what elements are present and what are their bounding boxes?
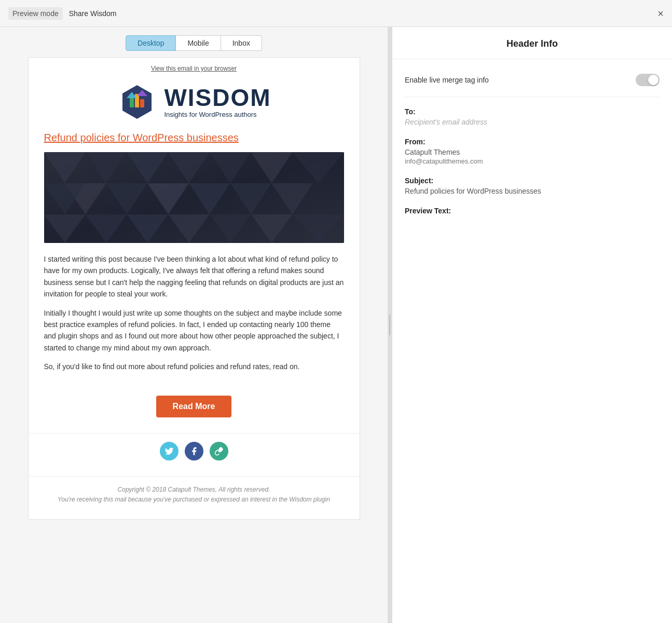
social-facebook-icon[interactable] [185, 442, 203, 461]
preview-mode-label: Preview mode [8, 7, 63, 20]
logo-tagline-text: Insights for WordPress authors [164, 111, 271, 118]
email-footer: Copyright © 2018 Catapult Themes, All ri… [29, 476, 360, 509]
to-value: Recipient's email address [405, 118, 660, 126]
logo-area: WISDOM Insights for WordPress authors [116, 83, 271, 121]
from-name: Catapult Themes [405, 148, 660, 156]
email-title: Refund policies for WordPress businesses [44, 132, 344, 144]
email-paragraph-3: So, if you'd like to find out more about… [44, 361, 344, 372]
main-layout: Desktop Mobile Inbox View this email in … [0, 27, 672, 623]
hero-image [44, 152, 344, 243]
view-in-browser: View this email in your browser [29, 58, 360, 77]
social-icons [29, 433, 360, 471]
preview-text-label: Preview Text: [405, 207, 660, 215]
live-merge-toggle[interactable] [636, 74, 660, 86]
right-panel: Header Info Enable live merge tag info T… [392, 27, 672, 623]
header-info-title: Header Info [506, 38, 558, 49]
close-button[interactable]: × [657, 8, 664, 19]
email-paragraph-1: I started writing this post because I've… [44, 253, 344, 300]
footer-copyright: Copyright © 2018 Catapult Themes, All ri… [39, 485, 349, 495]
logo-text-block: WISDOM Insights for WordPress authors [164, 86, 271, 118]
email-preview: View this email in your browser [28, 57, 360, 520]
read-more-section: Read More [29, 380, 360, 428]
tab-desktop[interactable]: Desktop [126, 35, 176, 51]
svg-rect-1 [130, 97, 134, 107]
share-wisdom-label: Share Wisdom [69, 9, 117, 18]
email-paragraph-2: Initially I thought I would just write u… [44, 307, 344, 354]
subject-row: Subject: Refund policies for WordPress b… [405, 177, 660, 195]
from-row: From: Catapult Themes info@catapulttheme… [405, 138, 660, 165]
right-panel-header: Header Info [392, 27, 672, 59]
tab-inbox[interactable]: Inbox [221, 35, 262, 51]
to-row: To: Recipient's email address [405, 107, 660, 126]
preview-area: Desktop Mobile Inbox View this email in … [0, 27, 388, 623]
logo-wisdom-text: WISDOM [164, 86, 271, 110]
right-panel-body: Enable live merge tag info To: Recipient… [392, 59, 672, 237]
link-svg [214, 446, 224, 456]
hero-svg [44, 152, 344, 243]
email-body: Refund policies for WordPress businesses [29, 132, 360, 373]
top-bar-left: Preview mode Share Wisdom [8, 7, 117, 20]
top-bar: Preview mode Share Wisdom × [0, 0, 672, 27]
email-header-logo: WISDOM Insights for WordPress authors [29, 77, 360, 132]
to-label: To: [405, 107, 660, 116]
footer-notice: You're receiving this mail because you'v… [39, 495, 349, 505]
from-email: info@catapultthemes.com [405, 157, 660, 165]
tab-mobile[interactable]: Mobile [176, 35, 221, 51]
tab-bar: Desktop Mobile Inbox [126, 27, 262, 57]
enable-live-merge-label: Enable live merge tag info [405, 76, 489, 84]
panel-divider [388, 27, 392, 623]
twitter-svg [164, 446, 174, 456]
social-link-icon[interactable] [210, 442, 228, 461]
subject-value: Refund policies for WordPress businesses [405, 187, 660, 195]
view-in-browser-link[interactable]: View this email in your browser [151, 65, 237, 72]
svg-rect-3 [140, 99, 144, 107]
from-label: From: [405, 138, 660, 146]
wisdom-logo-icon [116, 83, 158, 121]
subject-label: Subject: [405, 177, 660, 185]
read-more-button[interactable]: Read More [156, 396, 232, 417]
facebook-svg [189, 446, 199, 456]
toggle-row: Enable live merge tag info [405, 70, 660, 97]
preview-text-row: Preview Text: [405, 207, 660, 215]
social-twitter-icon[interactable] [160, 442, 179, 461]
